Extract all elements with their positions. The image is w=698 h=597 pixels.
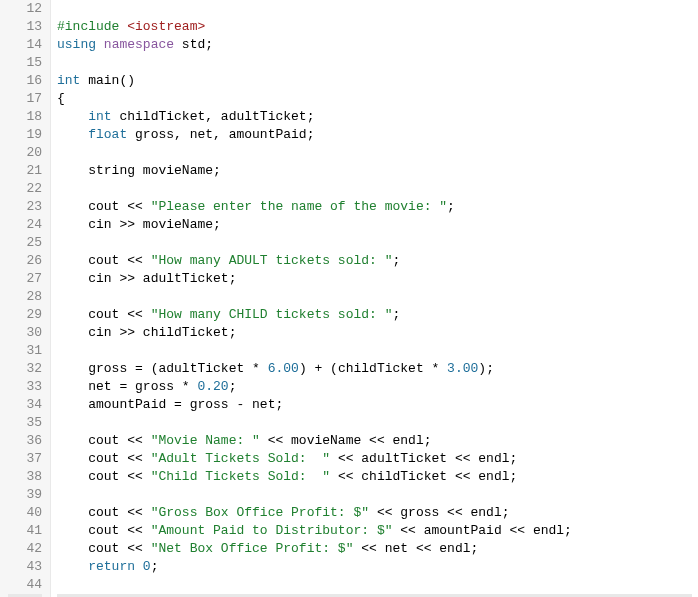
code-token: float xyxy=(88,127,127,142)
code-area: #include <iostream>using namespace std; … xyxy=(51,0,698,597)
code-token: << amountPaid << endl; xyxy=(392,523,571,538)
code-line: #include <iostream> xyxy=(57,18,692,36)
line-number: 14 xyxy=(8,36,42,54)
code-token: cout << xyxy=(88,451,150,466)
code-token: "Gross Box Office Profit: $" xyxy=(151,505,369,520)
code-line xyxy=(57,144,692,162)
code-token: << gross << endl; xyxy=(369,505,509,520)
line-number: 36 xyxy=(8,432,42,450)
code-token: cout << xyxy=(88,433,150,448)
code-token: cout << xyxy=(88,523,150,538)
code-line: float gross, net, amountPaid; xyxy=(57,126,692,144)
code-token: "Child Tickets Sold: " xyxy=(151,469,330,484)
code-line: using namespace std; xyxy=(57,36,692,54)
line-number: 24 xyxy=(8,216,42,234)
line-number: 15 xyxy=(8,54,42,72)
code-line: gross = (adultTicket * 6.00) + (childTic… xyxy=(57,360,692,378)
code-token: ; xyxy=(392,307,400,322)
line-number: 40 xyxy=(8,504,42,522)
line-number: 26 xyxy=(8,252,42,270)
code-token: childTicket, adultTicket; xyxy=(112,109,315,124)
code-line: cin >> childTicket; xyxy=(57,324,692,342)
code-line: cout << "Movie Name: " << movieName << e… xyxy=(57,432,692,450)
code-line xyxy=(57,54,692,72)
line-number: 34 xyxy=(8,396,42,414)
code-token: << adultTicket << endl; xyxy=(330,451,517,466)
code-token: 6.00 xyxy=(268,361,299,376)
code-line: int main() xyxy=(57,72,692,90)
code-line: net = gross * 0.20; xyxy=(57,378,692,396)
line-number: 29 xyxy=(8,306,42,324)
code-token: 0.20 xyxy=(197,379,228,394)
code-line: cout << "Gross Box Office Profit: $" << … xyxy=(57,504,692,522)
code-line: cout << "Please enter the name of the mo… xyxy=(57,198,692,216)
code-token: "Movie Name: " xyxy=(151,433,260,448)
code-token: "Adult Tickets Sold: " xyxy=(151,451,330,466)
line-number: 27 xyxy=(8,270,42,288)
code-token: cout << xyxy=(88,469,150,484)
code-token: gross, net, amountPaid; xyxy=(127,127,314,142)
code-token: cin >> movieName; xyxy=(88,217,221,232)
code-token: "How many CHILD tickets sold: " xyxy=(151,307,393,322)
line-number: 41 xyxy=(8,522,42,540)
line-number: 39 xyxy=(8,486,42,504)
line-number: 30 xyxy=(8,324,42,342)
code-token: return xyxy=(88,559,135,574)
code-line: cout << "How many CHILD tickets sold: "; xyxy=(57,306,692,324)
code-token: ; xyxy=(447,199,455,214)
code-line: cout << "How many ADULT tickets sold: "; xyxy=(57,252,692,270)
code-line xyxy=(57,414,692,432)
line-number: 13 xyxy=(8,18,42,36)
line-number: 35 xyxy=(8,414,42,432)
code-token: amountPaid = gross - net; xyxy=(88,397,283,412)
code-token xyxy=(135,559,143,574)
code-token: 0 xyxy=(143,559,151,574)
line-number: 44 xyxy=(8,576,42,594)
code-line xyxy=(57,288,692,306)
code-token: int xyxy=(88,109,111,124)
code-line: amountPaid = gross - net; xyxy=(57,396,692,414)
code-line xyxy=(57,486,692,504)
code-token: "Amount Paid to Distributor: $" xyxy=(151,523,393,538)
code-line: cout << "Child Tickets Sold: " << childT… xyxy=(57,468,692,486)
line-number: 28 xyxy=(8,288,42,306)
line-number: 33 xyxy=(8,378,42,396)
line-number: 32 xyxy=(8,360,42,378)
line-number: 22 xyxy=(8,180,42,198)
code-token: << movieName << endl; xyxy=(260,433,432,448)
code-token: "Net Box Office Profit: $" xyxy=(151,541,354,556)
code-token: ; xyxy=(151,559,159,574)
code-token: std; xyxy=(174,37,213,52)
code-token: cout << xyxy=(88,541,150,556)
line-number: 16 xyxy=(8,72,42,90)
line-number: 19 xyxy=(8,126,42,144)
code-token: "Please enter the name of the movie: " xyxy=(151,199,447,214)
code-token: ; xyxy=(229,379,237,394)
code-editor: 1213141516171819202122232425262728293031… xyxy=(0,0,698,597)
line-number: 17 xyxy=(8,90,42,108)
code-line xyxy=(57,234,692,252)
code-line xyxy=(57,576,692,594)
code-token: net = gross * xyxy=(88,379,197,394)
code-token: ) + (childTicket * xyxy=(299,361,447,376)
code-token: using xyxy=(57,37,96,52)
code-line xyxy=(57,0,692,18)
code-line: cin >> movieName; xyxy=(57,216,692,234)
code-token: cout << xyxy=(88,307,150,322)
line-number: 43 xyxy=(8,558,42,576)
line-number: 31 xyxy=(8,342,42,360)
line-number: 12 xyxy=(8,0,42,18)
code-token: int xyxy=(57,73,80,88)
code-token: <iostream> xyxy=(127,19,205,34)
code-line: { xyxy=(57,90,692,108)
code-token xyxy=(96,37,104,52)
code-token: main() xyxy=(80,73,135,88)
code-token: string movieName; xyxy=(88,163,221,178)
line-number: 18 xyxy=(8,108,42,126)
code-token: cout << xyxy=(88,199,150,214)
line-number: 20 xyxy=(8,144,42,162)
code-line: cin >> adultTicket; xyxy=(57,270,692,288)
code-token: ); xyxy=(478,361,494,376)
line-number: 21 xyxy=(8,162,42,180)
code-line xyxy=(57,342,692,360)
